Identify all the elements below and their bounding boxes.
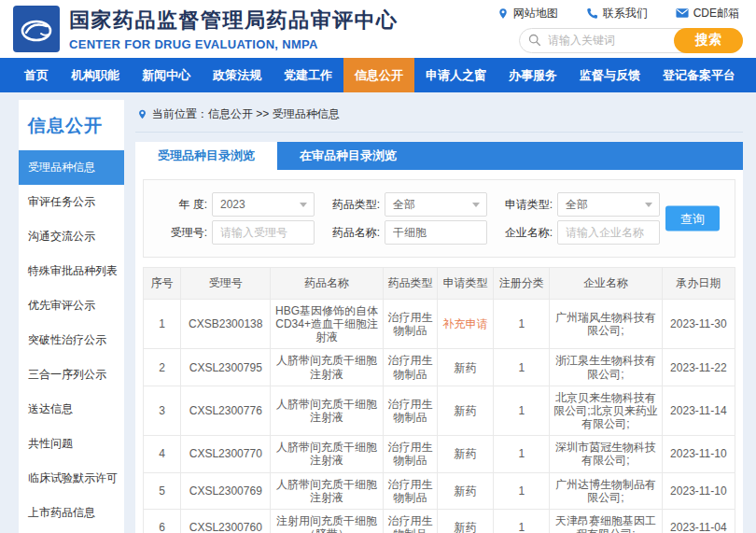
apply-type-select[interactable]: 全部	[557, 192, 660, 217]
site-header: 国家药品监督管理局药品审评中心 CENTER FOR DRUG EVALUATI…	[0, 0, 756, 58]
chevron-down-icon	[472, 203, 480, 207]
query-button[interactable]: 查询	[665, 206, 720, 231]
table-row[interactable]: 1CXSB2300138HBG基因修饰的自体CD34+造血干细胞注射液治疗用生物…	[144, 300, 735, 349]
sidebar-item-three-in-one[interactable]: 三合一序列公示	[19, 358, 124, 392]
acceptance-no-label: 受理号:	[153, 225, 207, 241]
year-select[interactable]: 2023	[212, 192, 315, 217]
table-cell: HBG基因修饰的自体CD34+造血干细胞注射液	[271, 300, 383, 349]
table-cell: 治疗用生物制品	[383, 472, 437, 509]
nav-item-services[interactable]: 办事服务	[497, 58, 568, 92]
table-cell: 1	[494, 300, 550, 349]
drug-type-select[interactable]: 全部	[385, 192, 487, 217]
sidebar-item-communication[interactable]: 沟通交流公示	[19, 219, 124, 254]
breadcrumb-text: 当前位置：信息公开 >> 受理品种信息	[152, 106, 340, 122]
sidebar-item-clinical-trial-license[interactable]: 临床试验默示许可	[19, 461, 124, 496]
tab-accepted-catalog[interactable]: 受理品种目录浏览	[135, 142, 277, 170]
table-cell: 新药	[437, 386, 493, 435]
sidebar-title: 信息公开	[19, 100, 124, 150]
contact-link[interactable]: 联系我们	[586, 6, 648, 21]
table-cell: CXSL2300776	[181, 386, 271, 435]
header-right: 网站地图 联系我们 CDE邮箱 搜索	[497, 6, 743, 53]
main-content: 当前位置：信息公开 >> 受理品种信息 受理品种目录浏览 在审品种目录浏览 年 …	[135, 100, 743, 533]
year-filter-group: 年 度: 2023	[153, 192, 315, 217]
tab-under-review-catalog[interactable]: 在审品种目录浏览	[277, 142, 419, 170]
col-drug-type: 药品类型	[383, 268, 437, 300]
acceptance-no-input[interactable]	[212, 220, 315, 245]
table-row[interactable]: 6CXSL2300760注射用间充质干细胞（脐带）治疗用生物制品新药1天津昂赛细…	[144, 509, 735, 533]
table-cell: 人脐带间充质干细胞注射液	[271, 472, 383, 509]
mail-label: CDE邮箱	[693, 6, 739, 21]
sitemap-link[interactable]: 网站地图	[497, 6, 558, 21]
sidebar-item-delivery-info[interactable]: 送达信息	[19, 392, 124, 427]
table-cell: CXSL2300760	[181, 509, 271, 533]
cde-logo[interactable]	[13, 6, 60, 52]
table-cell: CXSL2300770	[181, 436, 271, 472]
table-cell: 1	[144, 300, 181, 349]
nav-item-news-center[interactable]: 新闻中心	[131, 58, 202, 92]
sidebar-item-special-approval[interactable]: 特殊审批品种列表	[19, 254, 124, 288]
table-cell: 补充申请	[437, 300, 493, 349]
table-cell: 1	[494, 472, 550, 509]
table-body: 1CXSB2300138HBG基因修饰的自体CD34+造血干细胞注射液治疗用生物…	[144, 300, 735, 533]
table-row[interactable]: 2CXSL2300795人脐带间充质干细胞注射液治疗用生物制品新药1浙江泉生生物…	[144, 349, 735, 386]
apply-type-filter-group: 申请类型: 全部	[498, 192, 660, 217]
col-company: 企业名称	[550, 268, 662, 300]
nav-item-policies[interactable]: 政策法规	[202, 58, 273, 92]
company-input[interactable]	[557, 220, 660, 245]
mail-link[interactable]: CDE邮箱	[676, 6, 739, 21]
col-reg-class: 注册分类	[494, 268, 550, 300]
table-row[interactable]: 5CXSL2300769人脐带间充质干细胞注射液治疗用生物制品新药1广州达博生物…	[144, 472, 735, 509]
table-cell: 2023-11-10	[662, 472, 735, 509]
sidebar-item-priority-review[interactable]: 优先审评公示	[19, 288, 124, 323]
table-cell: 治疗用生物制品	[383, 386, 437, 435]
search-button[interactable]: 搜索	[674, 28, 743, 53]
nav-item-registration-platform[interactable]: 登记备案平台	[651, 58, 747, 92]
table-cell: 2	[144, 349, 181, 386]
company-label: 企业名称:	[498, 225, 553, 241]
swan-logo-icon	[17, 9, 56, 49]
sidebar-item-accepted-varieties[interactable]: 受理品种信息	[19, 150, 124, 185]
table-cell: 1	[494, 349, 550, 386]
drug-name-input[interactable]	[385, 220, 487, 245]
table-cell: CXSL2300795	[181, 349, 271, 386]
page-layout: 信息公开 受理品种信息 审评任务公示 沟通交流公示 特殊审批品种列表 优先审评公…	[0, 92, 756, 533]
col-apply-type: 申请类型	[437, 268, 493, 300]
quick-links: 网站地图 联系我们 CDE邮箱	[497, 6, 743, 21]
site-title-block: 国家药品监督管理局药品审评中心 CENTER FOR DRUG EVALUATI…	[69, 7, 399, 51]
drug-name-label: 药品名称:	[326, 225, 380, 241]
table-cell: 人脐带间充质干细胞注射液	[271, 436, 383, 472]
drug-type-select-value: 全部	[393, 197, 415, 213]
site-title: 国家药品监督管理局药品审评中心	[69, 7, 399, 35]
table-cell: 2023-11-30	[662, 300, 735, 349]
sidebar-item-marketed-drugs[interactable]: 上市药品信息	[19, 496, 124, 530]
table-cell: 新药	[437, 509, 493, 533]
nav-item-info-disclosure[interactable]: 信息公开	[343, 58, 414, 92]
drug-name-filter-group: 药品名称:	[326, 220, 487, 245]
table-cell: 3	[144, 386, 181, 435]
apply-type-label: 申请类型:	[498, 197, 553, 213]
sidebar-item-breakthrough-therapy[interactable]: 突破性治疗公示	[19, 323, 124, 358]
table-cell: CXSL2300769	[181, 472, 271, 509]
table-cell: 广州瑞风生物科技有限公司;	[550, 300, 662, 349]
apply-type-select-value: 全部	[566, 197, 588, 213]
sidebar-item-common-issues[interactable]: 共性问题	[19, 427, 124, 461]
nav-item-supervision-feedback[interactable]: 监督与反馈	[568, 58, 651, 92]
table-cell: 5	[144, 472, 181, 509]
table-cell: 深圳市茵冠生物科技有限公司;	[550, 436, 662, 472]
location-icon	[137, 108, 147, 120]
nav-item-home[interactable]: 首页	[13, 58, 60, 92]
sidebar: 信息公开 受理品种信息 审评任务公示 沟通交流公示 特殊审批品种列表 优先审评公…	[19, 100, 124, 533]
main-nav: 首页 机构职能 新闻中心 政策法规 党建工作 信息公开 申请人之窗 办事服务 监…	[0, 58, 756, 92]
table-row[interactable]: 3CXSL2300776人脐带间充质干细胞注射液治疗用生物制品新药1北京贝来生物…	[144, 386, 735, 435]
table-cell: 1	[494, 509, 550, 533]
year-label: 年 度:	[153, 197, 207, 213]
table-cell: 6	[144, 509, 181, 533]
table-cell: 浙江泉生生物科技有限公司;	[550, 349, 662, 386]
search-icon	[528, 34, 541, 47]
table-cell: 1	[494, 386, 550, 435]
nav-item-org-functions[interactable]: 机构职能	[60, 58, 131, 92]
sidebar-item-review-tasks[interactable]: 审评任务公示	[19, 185, 124, 219]
nav-item-party-building[interactable]: 党建工作	[273, 58, 343, 92]
table-row[interactable]: 4CXSL2300770人脐带间充质干细胞注射液治疗用生物制品新药1深圳市茵冠生…	[144, 436, 735, 472]
nav-item-applicant-window[interactable]: 申请人之窗	[414, 58, 497, 92]
